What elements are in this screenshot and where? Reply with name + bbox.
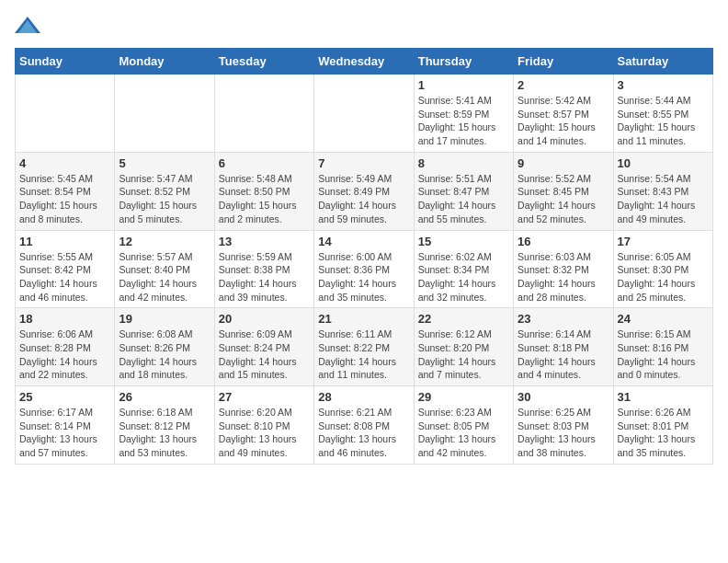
day-info: Sunrise: 5:45 AM Sunset: 8:54 PM Dayligh… [19, 172, 110, 226]
day-info: Sunrise: 6:14 AM Sunset: 8:18 PM Dayligh… [518, 327, 609, 382]
calendar-header-tuesday: Tuesday [214, 49, 313, 75]
calendar-cell: 8Sunrise: 5:51 AM Sunset: 8:47 PM Daylig… [414, 152, 513, 230]
day-number: 1 [418, 78, 509, 92]
calendar-cell: 2Sunrise: 5:42 AM Sunset: 8:57 PM Daylig… [514, 75, 613, 153]
day-info: Sunrise: 5:59 AM Sunset: 8:38 PM Dayligh… [219, 250, 310, 304]
day-number: 13 [219, 235, 310, 248]
day-info: Sunrise: 5:49 AM Sunset: 8:49 PM Dayligh… [318, 172, 409, 226]
calendar-cell: 24Sunrise: 6:15 AM Sunset: 8:16 PM Dayli… [613, 308, 712, 386]
day-number: 3 [618, 78, 709, 92]
calendar-cell [314, 75, 414, 153]
day-info: Sunrise: 5:47 AM Sunset: 8:52 PM Dayligh… [119, 172, 210, 226]
calendar-table: SundayMondayTuesdayWednesdayThursdayFrid… [15, 48, 713, 465]
calendar-header-saturday: Saturday [613, 49, 712, 75]
day-number: 27 [219, 390, 310, 404]
calendar-week-3: 11Sunrise: 5:55 AM Sunset: 8:42 PM Dayli… [16, 230, 713, 308]
calendar-cell: 1Sunrise: 5:41 AM Sunset: 8:59 PM Daylig… [414, 75, 513, 153]
calendar-header-row: SundayMondayTuesdayWednesdayThursdayFrid… [16, 49, 713, 75]
day-number: 30 [518, 390, 609, 404]
calendar-cell: 21Sunrise: 6:11 AM Sunset: 8:22 PM Dayli… [314, 308, 414, 386]
calendar-week-1: 1Sunrise: 5:41 AM Sunset: 8:59 PM Daylig… [16, 75, 713, 153]
calendar-cell [214, 75, 313, 153]
day-info: Sunrise: 6:26 AM Sunset: 8:01 PM Dayligh… [618, 406, 709, 460]
day-number: 29 [418, 390, 509, 404]
calendar-cell: 9Sunrise: 5:52 AM Sunset: 8:45 PM Daylig… [514, 152, 613, 230]
calendar-cell: 30Sunrise: 6:25 AM Sunset: 8:03 PM Dayli… [514, 386, 613, 465]
day-info: Sunrise: 5:42 AM Sunset: 8:57 PM Dayligh… [518, 94, 609, 148]
day-info: Sunrise: 5:57 AM Sunset: 8:40 PM Dayligh… [119, 250, 210, 304]
day-number: 7 [318, 156, 409, 170]
calendar-cell: 27Sunrise: 6:20 AM Sunset: 8:10 PM Dayli… [214, 386, 313, 465]
calendar-cell: 25Sunrise: 6:17 AM Sunset: 8:14 PM Dayli… [16, 386, 115, 465]
page-header [15, 15, 713, 37]
calendar-cell: 26Sunrise: 6:18 AM Sunset: 8:12 PM Dayli… [115, 386, 214, 465]
day-info: Sunrise: 6:18 AM Sunset: 8:12 PM Dayligh… [119, 406, 210, 460]
day-info: Sunrise: 6:12 AM Sunset: 8:20 PM Dayligh… [418, 327, 509, 382]
day-number: 12 [119, 235, 210, 248]
day-number: 18 [19, 312, 110, 326]
calendar-cell [16, 75, 115, 153]
day-number: 15 [418, 235, 509, 248]
logo-icon [15, 15, 40, 37]
day-info: Sunrise: 6:02 AM Sunset: 8:34 PM Dayligh… [418, 250, 509, 304]
day-number: 28 [318, 390, 409, 404]
calendar-cell: 7Sunrise: 5:49 AM Sunset: 8:49 PM Daylig… [314, 152, 414, 230]
calendar-header-friday: Friday [514, 49, 613, 75]
day-info: Sunrise: 5:54 AM Sunset: 8:43 PM Dayligh… [618, 172, 709, 226]
day-number: 17 [618, 235, 709, 248]
day-info: Sunrise: 6:00 AM Sunset: 8:36 PM Dayligh… [318, 250, 409, 304]
calendar-cell: 5Sunrise: 5:47 AM Sunset: 8:52 PM Daylig… [115, 152, 214, 230]
calendar-cell: 10Sunrise: 5:54 AM Sunset: 8:43 PM Dayli… [613, 152, 712, 230]
calendar-cell: 19Sunrise: 6:08 AM Sunset: 8:26 PM Dayli… [115, 308, 214, 386]
calendar-cell: 6Sunrise: 5:48 AM Sunset: 8:50 PM Daylig… [214, 152, 313, 230]
day-number: 2 [518, 78, 609, 92]
logo [15, 15, 44, 37]
day-info: Sunrise: 5:44 AM Sunset: 8:55 PM Dayligh… [618, 94, 709, 148]
day-info: Sunrise: 6:17 AM Sunset: 8:14 PM Dayligh… [19, 406, 110, 460]
day-number: 31 [618, 390, 709, 404]
calendar-cell: 18Sunrise: 6:06 AM Sunset: 8:28 PM Dayli… [16, 308, 115, 386]
calendar-cell [115, 75, 214, 153]
day-number: 23 [518, 312, 609, 326]
calendar-cell: 20Sunrise: 6:09 AM Sunset: 8:24 PM Dayli… [214, 308, 313, 386]
day-number: 11 [19, 235, 110, 248]
calendar-cell: 13Sunrise: 5:59 AM Sunset: 8:38 PM Dayli… [214, 230, 313, 308]
calendar-week-5: 25Sunrise: 6:17 AM Sunset: 8:14 PM Dayli… [16, 386, 713, 465]
calendar-cell: 11Sunrise: 5:55 AM Sunset: 8:42 PM Dayli… [16, 230, 115, 308]
day-number: 9 [518, 156, 609, 170]
day-number: 22 [418, 312, 509, 326]
calendar-header-thursday: Thursday [414, 49, 513, 75]
calendar-header-monday: Monday [115, 49, 214, 75]
calendar-cell: 17Sunrise: 6:05 AM Sunset: 8:30 PM Dayli… [613, 230, 712, 308]
calendar-header-wednesday: Wednesday [314, 49, 414, 75]
day-info: Sunrise: 6:21 AM Sunset: 8:08 PM Dayligh… [318, 406, 409, 460]
day-number: 6 [219, 156, 310, 170]
day-number: 21 [318, 312, 409, 326]
day-info: Sunrise: 6:05 AM Sunset: 8:30 PM Dayligh… [618, 250, 709, 304]
day-number: 4 [19, 156, 110, 170]
day-info: Sunrise: 5:41 AM Sunset: 8:59 PM Dayligh… [418, 94, 509, 148]
calendar-cell: 29Sunrise: 6:23 AM Sunset: 8:05 PM Dayli… [414, 386, 513, 465]
calendar-cell: 12Sunrise: 5:57 AM Sunset: 8:40 PM Dayli… [115, 230, 214, 308]
day-info: Sunrise: 6:09 AM Sunset: 8:24 PM Dayligh… [219, 327, 310, 382]
day-info: Sunrise: 6:06 AM Sunset: 8:28 PM Dayligh… [19, 327, 110, 382]
day-number: 16 [518, 235, 609, 248]
day-number: 14 [318, 235, 409, 248]
day-info: Sunrise: 5:51 AM Sunset: 8:47 PM Dayligh… [418, 172, 509, 226]
day-info: Sunrise: 6:08 AM Sunset: 8:26 PM Dayligh… [119, 327, 210, 382]
day-number: 5 [119, 156, 210, 170]
day-info: Sunrise: 5:55 AM Sunset: 8:42 PM Dayligh… [19, 250, 110, 304]
calendar-cell: 22Sunrise: 6:12 AM Sunset: 8:20 PM Dayli… [414, 308, 513, 386]
calendar-cell: 31Sunrise: 6:26 AM Sunset: 8:01 PM Dayli… [613, 386, 712, 465]
day-number: 8 [418, 156, 509, 170]
calendar-week-4: 18Sunrise: 6:06 AM Sunset: 8:28 PM Dayli… [16, 308, 713, 386]
day-number: 10 [618, 156, 709, 170]
day-info: Sunrise: 6:23 AM Sunset: 8:05 PM Dayligh… [418, 406, 509, 460]
day-info: Sunrise: 6:25 AM Sunset: 8:03 PM Dayligh… [518, 406, 609, 460]
calendar-cell: 4Sunrise: 5:45 AM Sunset: 8:54 PM Daylig… [16, 152, 115, 230]
calendar-cell: 28Sunrise: 6:21 AM Sunset: 8:08 PM Dayli… [314, 386, 414, 465]
day-number: 24 [618, 312, 709, 326]
day-info: Sunrise: 6:20 AM Sunset: 8:10 PM Dayligh… [219, 406, 310, 460]
day-info: Sunrise: 5:48 AM Sunset: 8:50 PM Dayligh… [219, 172, 310, 226]
calendar-cell: 14Sunrise: 6:00 AM Sunset: 8:36 PM Dayli… [314, 230, 414, 308]
